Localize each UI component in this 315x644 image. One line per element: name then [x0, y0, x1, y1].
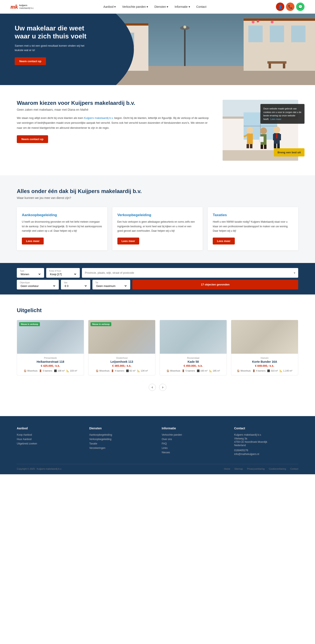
footer-verzekeringen[interactable]: Verzekeringen: [89, 446, 153, 450]
svg-rect-41: [280, 134, 281, 140]
footer-sitemap-link[interactable]: Sitemap: [234, 468, 243, 470]
footer-privacy-link[interactable]: Privacyverklaring: [247, 468, 264, 470]
search-koop-select[interactable]: Koop of huur Koop [17]: [46, 268, 80, 278]
featured-title: Uitgelicht: [17, 307, 298, 314]
property-4-price: € 849.000,- k.k.: [234, 364, 295, 367]
property-3-type: 🏠 Woonhuis: [166, 370, 180, 372]
property-3-size2: 📐 185 m²: [209, 370, 220, 372]
property-1-size1: ⬛ 108 m²: [54, 370, 65, 372]
footer-aanbod-title: Aanbod: [17, 426, 81, 430]
svg-rect-9: [248, 26, 263, 42]
badge-new-2: Nieuw in verkoop: [90, 322, 111, 326]
nav-contact[interactable]: Contact: [196, 5, 206, 8]
footer-address1: Vlietweg 3a: [234, 437, 298, 440]
svg-rect-18: [267, 61, 286, 64]
objective-label: Objecttype: [20, 282, 56, 284]
service-card-verkoopbegeleiding: Verkoopbegeleiding Een huis verkopen is …: [112, 207, 203, 250]
hero-section: Uw makelaar die weet waar u zich thuis v…: [0, 14, 315, 85]
from-dropdown[interactable]: € 0: [64, 284, 87, 288]
footer-nieuws[interactable]: Nieuws: [162, 451, 226, 454]
account-icon-btn[interactable]: 👤: [276, 2, 284, 11]
hero-cta-button[interactable]: Neem contact op: [15, 57, 46, 65]
footer-taxatie[interactable]: Taxatie: [89, 442, 153, 445]
footer-over-ons[interactable]: Over ons: [162, 438, 226, 441]
footer-links[interactable]: Links: [162, 446, 226, 450]
to-dropdown[interactable]: Geen maximum: [95, 284, 127, 288]
carousel-prev-btn[interactable]: ‹: [149, 384, 156, 391]
property-4-info: Hoeven Korte Bunder 16A € 849.000,- k.k.…: [231, 354, 298, 375]
property-3-image: [160, 320, 226, 354]
service-1-btn[interactable]: Lees meer: [22, 238, 44, 244]
nav-verkochte-panden[interactable]: Verkochte panden ▾: [122, 5, 148, 8]
search-location-input[interactable]: ▾: [82, 268, 298, 278]
why-link[interactable]: Kuijpers makelaardij b.v.: [84, 116, 114, 120]
search-to-select[interactable]: Tot Geen maximum: [92, 280, 130, 290]
whatsapp-icon-btn[interactable]: 💬: [296, 2, 304, 11]
property-1-rooms: 🚪 5 kamers: [39, 370, 52, 372]
property-card-1[interactable]: Nieuw in verkoop Prinsenbeek Heikantsest…: [17, 320, 84, 375]
services-title: Alles onder één dak bij Kuijpers makelaa…: [17, 188, 298, 194]
property-card-2[interactable]: Nieuw in verkoop Oosterhout Leijsenhoek …: [88, 320, 156, 375]
footer-koop-aanbod[interactable]: Koop Aanbod: [17, 433, 81, 436]
type-dropdown[interactable]: Wonen: [20, 272, 41, 276]
property-card-3[interactable]: Roosendaal Kade 58 € 450.000,- k.k. 🏠 Wo…: [160, 320, 227, 375]
svg-rect-15: [184, 28, 186, 66]
footer-phone[interactable]: 0168405276: [234, 449, 298, 452]
footer-aankoopbegeleiding[interactable]: Aankoopbegeleiding: [89, 433, 153, 436]
service-2-btn[interactable]: Lees meer: [118, 238, 139, 244]
hero-title: Uw makelaar die weet waar u zich thuis v…: [15, 24, 90, 40]
koop-dropdown[interactable]: Koop [17]: [49, 272, 77, 276]
svg-rect-43: [274, 144, 276, 148]
property-4-specs: 🏠 Woonhuis 🚪 4 kamers ⬛ 310 m² 📐 1.140 m…: [234, 370, 295, 372]
carousel-next-btn[interactable]: ›: [159, 384, 166, 391]
bid-button[interactable]: Breng een bod uit: [274, 148, 305, 156]
footer-huur-aanbod[interactable]: Huur Aanbod: [17, 438, 81, 441]
footer-faq[interactable]: FAQ: [162, 442, 226, 445]
search-section: Type Wonen Koop of huur Koop [17] ▾ Obje…: [0, 263, 315, 294]
search-row-2: Objecttype Geen voorkeur Van € 0 Tot Gee…: [17, 280, 298, 290]
footer-email[interactable]: info@mathekuijpers.nl: [234, 453, 298, 456]
koop-label: Koop of huur: [49, 270, 77, 272]
nav-aanbod[interactable]: Aanbod ▾: [103, 5, 116, 8]
service-2-body: Een huis verkopen is geen alledaagse geb…: [118, 220, 198, 233]
svg-rect-36: [260, 145, 263, 149]
property-2-type: 🏠 Woonhuis: [96, 370, 110, 372]
objective-dropdown[interactable]: Geen voorkeur: [20, 284, 56, 288]
search-type-select[interactable]: Type Wonen: [17, 268, 44, 278]
property-4-rooms: 🚪 4 kamers: [252, 370, 266, 372]
main-nav: Aanbod ▾ Verkochte panden ▾ Diensten ▾ I…: [103, 5, 206, 8]
svg-rect-40: [273, 134, 274, 140]
phone-icon-btn[interactable]: 📞: [286, 2, 294, 11]
search-from-select[interactable]: Van € 0: [61, 280, 90, 290]
property-2-info: Oosterhout Leijsenhoek 113 € 365.000,- k…: [88, 354, 155, 375]
cookie-lees-meer[interactable]: Lees meer: [270, 118, 282, 120]
search-objective-select[interactable]: Objecttype Geen voorkeur: [17, 280, 59, 290]
logo[interactable]: mk kuijpers makelaardij b.v.: [10, 3, 34, 10]
why-cta-button[interactable]: Neem contact op: [17, 135, 48, 143]
footer-contact-link[interactable]: Contact: [290, 468, 298, 470]
svg-point-17: [183, 26, 186, 28]
footer-cookie-link[interactable]: Cookieverklaring: [269, 468, 286, 470]
property-3-name: Kade 58: [163, 360, 224, 364]
footer-verkochte-panden[interactable]: Verkochte panden: [162, 433, 226, 436]
location-field[interactable]: [85, 271, 292, 274]
hero-content: Uw makelaar die weet waar u zich thuis v…: [15, 24, 90, 65]
footer-home-link[interactable]: Home: [224, 468, 230, 470]
footer-contact-title: Contact: [234, 426, 298, 430]
nav-diensten[interactable]: Diensten ▾: [154, 5, 168, 8]
nav-informatie[interactable]: Informatie ▾: [174, 5, 190, 8]
footer-uitgebreid-zoeken[interactable]: Uitgebreid zoeken: [17, 442, 81, 445]
svg-rect-19: [268, 64, 271, 68]
property-1-city: Prinsenbeek: [20, 357, 81, 359]
property-card-4[interactable]: Hoeven Korte Bunder 16A € 849.000,- k.k.…: [231, 320, 298, 375]
service-1-body: U heeft uw droomwoning gevonden en wilt …: [22, 220, 102, 233]
why-body: We staan nog altijd even dicht bij onze …: [17, 116, 210, 130]
badge-new-1: Nieuw in verkoop: [19, 322, 40, 326]
featured-grid: Nieuw in verkoop Prinsenbeek Heikantsest…: [17, 320, 298, 375]
footer-bottom-links: Home Sitemap Privacyverklaring Cookiever…: [224, 468, 298, 470]
service-3-btn[interactable]: Lees meer: [213, 238, 234, 244]
property-3-size1: ⬛ 160 m²: [197, 370, 208, 372]
search-button[interactable]: 17 objecten gevonden: [132, 280, 298, 290]
why-subtitle: Geen zaken met makelaars, maar met Diana…: [17, 108, 210, 111]
footer-verkoopbegeleiding[interactable]: Verkoopbegeleiding: [89, 438, 153, 441]
